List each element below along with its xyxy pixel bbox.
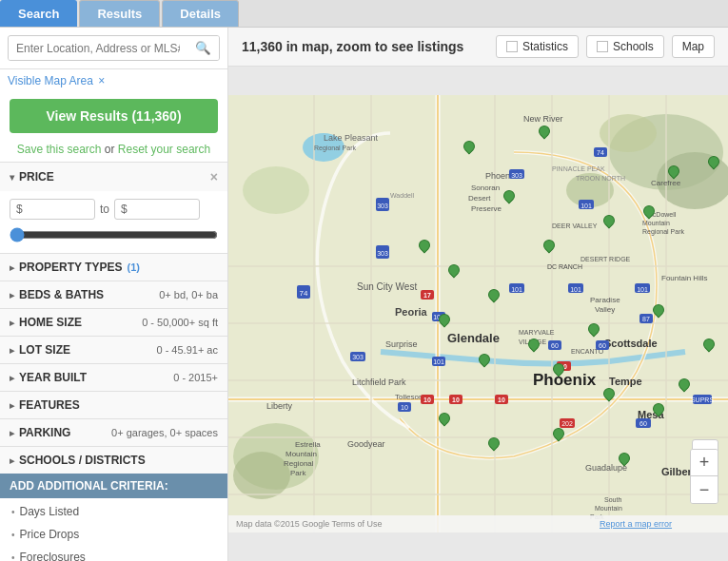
svg-text:Mountain: Mountain bbox=[642, 220, 670, 226]
svg-text:Tolleson: Tolleson bbox=[395, 393, 423, 401]
svg-text:Peoria: Peoria bbox=[395, 306, 428, 318]
map-area: 11,360 in map, zoom to see listings Stat… bbox=[228, 28, 728, 561]
year-built-value: 0 - 2015+ bbox=[173, 372, 218, 383]
svg-text:303: 303 bbox=[377, 203, 388, 209]
svg-text:PINNACLE PEAK: PINNACLE PEAK bbox=[552, 165, 605, 172]
svg-text:17: 17 bbox=[423, 292, 431, 299]
svg-text:202: 202 bbox=[561, 420, 573, 427]
features-filter: ▸ FEATURES bbox=[0, 391, 227, 418]
view-results-button[interactable]: View Results (11,360) bbox=[10, 99, 218, 133]
visible-map-link[interactable]: Visible Map Area × bbox=[8, 74, 105, 87]
beds-baths-filter: ▸ BEDS & BATHS 0+ bd, 0+ ba bbox=[0, 280, 227, 308]
criteria-item[interactable]: •Price Drops bbox=[0, 523, 227, 546]
zoom-in-button[interactable]: + bbox=[691, 450, 718, 476]
home-size-header[interactable]: ▸ HOME SIZE 0 - 50,000+ sq ft bbox=[0, 309, 227, 336]
add-criteria-header: ADD ADDITIONAL CRITERIA: bbox=[0, 474, 227, 498]
svg-text:South: South bbox=[604, 496, 621, 503]
price-range-slider[interactable] bbox=[10, 227, 218, 242]
svg-text:Preserve: Preserve bbox=[471, 204, 502, 213]
svg-text:10: 10 bbox=[498, 397, 505, 403]
price-max-input[interactable] bbox=[130, 203, 197, 216]
map-view-button[interactable]: Map bbox=[672, 35, 715, 58]
svg-text:New River: New River bbox=[523, 114, 563, 124]
svg-text:DC RANCH: DC RANCH bbox=[547, 263, 582, 270]
svg-text:Regional: Regional bbox=[284, 459, 314, 468]
svg-text:74: 74 bbox=[597, 149, 604, 156]
svg-text:10: 10 bbox=[452, 397, 460, 403]
features-header[interactable]: ▸ FEATURES bbox=[0, 392, 227, 418]
schools-button[interactable]: Schools bbox=[586, 35, 664, 58]
svg-point-5 bbox=[243, 166, 309, 214]
schools-checkbox bbox=[597, 41, 608, 52]
features-label: FEATURES bbox=[19, 398, 80, 412]
svg-text:60: 60 bbox=[639, 420, 647, 427]
price-arrow-icon: ▾ bbox=[10, 172, 14, 183]
tab-results[interactable]: Results bbox=[79, 0, 160, 27]
svg-text:Paradise: Paradise bbox=[590, 296, 620, 304]
beds-baths-label: BEDS & BATHS bbox=[19, 288, 104, 301]
map-zoom-controls: + − bbox=[690, 449, 718, 504]
reset-search-link[interactable]: Reset your search bbox=[118, 143, 210, 156]
schools-header[interactable]: ▸ SCHOOLS / DISTRICTS bbox=[0, 447, 227, 474]
svg-text:Tempe: Tempe bbox=[609, 376, 642, 387]
svg-text:Scottsdale: Scottsdale bbox=[604, 338, 658, 349]
property-types-header[interactable]: ▸ PROPERTY TYPES (1) bbox=[0, 254, 227, 280]
price-min-input[interactable] bbox=[26, 203, 92, 216]
home-size-filter: ▸ HOME SIZE 0 - 50,000+ sq ft bbox=[0, 308, 227, 336]
zoom-out-button[interactable]: − bbox=[691, 476, 718, 503]
property-types-arrow: ▸ bbox=[10, 262, 14, 273]
svg-text:Mountain: Mountain bbox=[595, 505, 622, 512]
statistics-button[interactable]: Statistics bbox=[496, 35, 579, 58]
map-svg: Lake Pleasant Regional Park New River Ph… bbox=[228, 67, 728, 561]
parking-header[interactable]: ▸ PARKING 0+ garages, 0+ spaces bbox=[0, 419, 227, 446]
svg-text:Glendale: Glendale bbox=[447, 331, 500, 345]
svg-text:Sonoran: Sonoran bbox=[471, 184, 500, 192]
svg-text:Regional Park: Regional Park bbox=[314, 145, 356, 152]
search-input[interactable] bbox=[9, 37, 187, 60]
home-size-label: HOME SIZE bbox=[19, 316, 82, 329]
svg-text:74: 74 bbox=[300, 289, 308, 298]
property-types-count: (1) bbox=[127, 261, 139, 273]
svg-text:TROON NORTH: TROON NORTH bbox=[576, 175, 625, 182]
svg-text:Waddell: Waddell bbox=[390, 192, 414, 199]
parking-filter: ▸ PARKING 0+ garages, 0+ spaces bbox=[0, 418, 227, 446]
main-area: 🔍 Visible Map Area × View Results (11,36… bbox=[0, 28, 728, 561]
map-container[interactable]: Lake Pleasant Regional Park New River Ph… bbox=[228, 67, 728, 561]
svg-text:Goodyear: Goodyear bbox=[347, 439, 385, 449]
svg-text:MARYVALE: MARYVALE bbox=[519, 329, 555, 336]
search-submit-button[interactable]: 🔍 bbox=[187, 36, 219, 60]
price-filter-section: ▾ PRICE × $ to $ bbox=[0, 162, 227, 253]
statistics-checkbox bbox=[506, 41, 518, 52]
svg-text:101: 101 bbox=[511, 286, 522, 293]
tab-details[interactable]: Details bbox=[162, 0, 239, 27]
svg-text:Estrella: Estrella bbox=[295, 440, 321, 449]
sidebar: 🔍 Visible Map Area × View Results (11,36… bbox=[0, 28, 228, 561]
price-filter-close[interactable]: × bbox=[210, 169, 218, 184]
home-size-value: 0 - 50,000+ sq ft bbox=[142, 317, 218, 328]
year-built-label: YEAR BUILT bbox=[19, 371, 87, 384]
app-container: Search Results Details 🔍 Visible Map Are… bbox=[0, 0, 728, 561]
lot-size-value: 0 - 45.91+ ac bbox=[156, 344, 218, 356]
svg-text:Surprise: Surprise bbox=[385, 339, 418, 349]
parking-value: 0+ garages, 0+ spaces bbox=[111, 427, 218, 438]
price-filter-label: PRICE bbox=[19, 170, 54, 184]
search-bar: 🔍 bbox=[0, 28, 227, 69]
search-input-wrap: 🔍 bbox=[8, 35, 220, 61]
price-filter-content: $ to $ bbox=[0, 191, 227, 253]
criteria-item[interactable]: •Days Listed bbox=[0, 500, 227, 523]
year-built-header[interactable]: ▸ YEAR BUILT 0 - 2015+ bbox=[0, 364, 227, 391]
price-inputs: $ to $ bbox=[10, 199, 218, 220]
tab-search[interactable]: Search bbox=[0, 0, 77, 27]
svg-point-3 bbox=[600, 114, 657, 152]
svg-text:Liberty: Liberty bbox=[266, 401, 293, 411]
beds-baths-header[interactable]: ▸ BEDS & BATHS 0+ bd, 0+ ba bbox=[0, 281, 227, 308]
price-max-wrap: $ bbox=[114, 199, 200, 220]
svg-text:DESERT RIDGE: DESERT RIDGE bbox=[580, 256, 631, 262]
price-filter-header[interactable]: ▾ PRICE × bbox=[0, 163, 227, 191]
criteria-item[interactable]: •Foreclosures bbox=[0, 546, 227, 561]
save-search-link[interactable]: Save this search bbox=[17, 143, 102, 156]
svg-text:Park: Park bbox=[290, 469, 306, 477]
price-min-wrap: $ bbox=[10, 199, 95, 220]
lot-size-header[interactable]: ▸ LOT SIZE 0 - 45.91+ ac bbox=[0, 337, 227, 363]
svg-text:303: 303 bbox=[377, 250, 388, 257]
